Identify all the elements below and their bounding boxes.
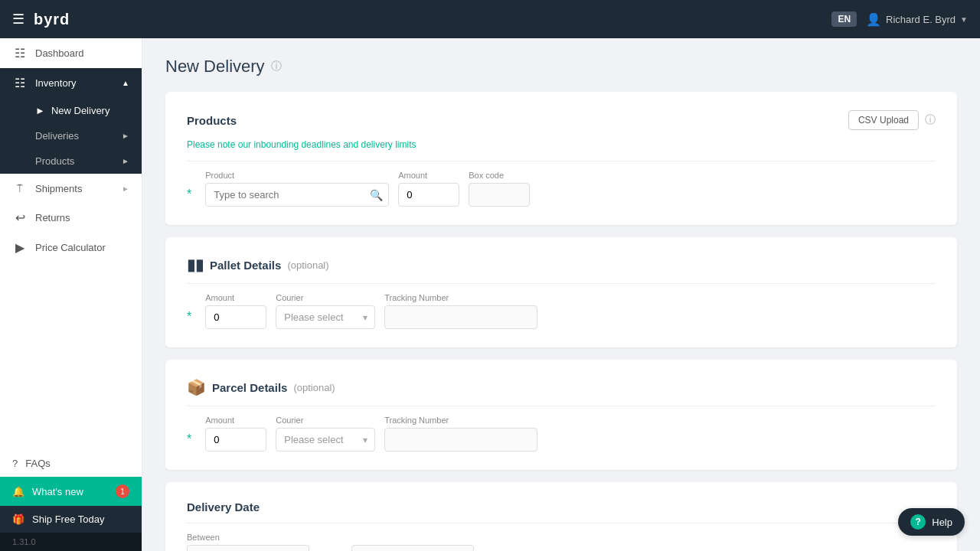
pallet-tracking-input[interactable] [384,305,537,329]
sidebar-label-shipments: Shipments [35,183,114,194]
page-title: New Delivery ⓘ [165,57,957,77]
product-search-input[interactable] [205,183,389,207]
parcel-form-row: * Amount Courier Please select DHL UPS F… [187,416,936,452]
help-label: Help [932,517,952,528]
delivery-date-row: Between 📅 And 📅 [187,533,936,551]
parcel-amount-input[interactable] [205,428,266,452]
chevron-down-icon: ▼ [960,15,968,24]
pallet-optional-text: (optional) [287,259,328,271]
sidebar-label-ship-free: Ship Free Today [32,514,104,525]
menu-toggle[interactable]: ☰ [12,11,24,28]
pallet-icon: ▮▮ [187,256,204,274]
product-field-group: Product 🔍 [205,171,389,207]
sidebar-label-returns: Returns [35,212,129,223]
inventory-submenu: ► New Delivery Deliveries ► Products ► [0,98,142,174]
inbounding-notice-link[interactable]: Please note our inbounding deadlines and… [187,139,936,150]
page-title-text: New Delivery [165,57,265,77]
parcel-amount-label: Amount [205,416,266,425]
products-form-row: * Product 🔍 Amount Box code [187,171,936,207]
sidebar-label-price-calculator: Price Calculator [35,242,129,253]
sidebar: ☷ Dashboard ☷ Inventory ▲ ► New Delivery… [0,38,142,551]
help-button[interactable]: ? Help [898,508,965,536]
and-date-group: 📅 [351,545,474,551]
faq-icon: ? [12,458,18,469]
sidebar-label-faqs: FAQs [25,458,51,469]
box-code-field-group: Box code [469,171,530,207]
products-card-title: Products [187,114,237,127]
pallet-amount-label: Amount [205,293,266,302]
csv-upload-button[interactable]: CSV Upload [848,110,919,130]
search-icon[interactable]: 🔍 [370,189,383,201]
chevron-right-icon: ► [35,105,45,116]
language-selector[interactable]: EN [831,11,857,27]
shipments-icon: ⍑ [12,181,28,195]
sidebar-label-whats-new: What's new [32,486,83,497]
sidebar-bottom: ? FAQs 🔔 What's new 1 🎁 Ship Free Today … [0,450,142,551]
chevron-right-icon: ► [122,184,129,193]
parcel-divider [187,406,936,406]
pallet-tracking-group: Tracking Number [384,293,537,329]
parcel-optional-text: (optional) [293,382,335,393]
sidebar-item-price-calculator[interactable]: ▶ Price Calculator [0,233,142,262]
sidebar-item-products[interactable]: Products ► [0,148,142,174]
amount-field-group: Amount [398,171,459,207]
info-icon[interactable]: ⓘ [271,60,282,73]
chevron-right-icon: ► [122,132,129,140]
inventory-icon: ☷ [12,76,28,90]
version-label: 1.31.0 [0,533,142,551]
pallet-courier-select[interactable]: Please select DHL UPS FedEx GLS [276,305,375,329]
products-amount-input[interactable] [398,183,459,207]
between-label: Between [187,533,309,542]
sidebar-item-dashboard[interactable]: ☷ Dashboard [0,38,142,68]
parcel-courier-select[interactable]: Please select DHL UPS FedEx GLS [276,428,375,452]
logo: byrd [34,11,70,28]
returns-icon: ↩ [12,210,28,225]
dashboard-icon: ☷ [12,46,28,60]
box-code-label: Box code [469,171,530,180]
sidebar-item-inventory[interactable]: ☷ Inventory ▲ [0,68,142,98]
sidebar-item-deliveries[interactable]: Deliveries ► [0,123,142,148]
parcel-required-indicator: * [187,433,191,452]
box-code-input[interactable] [469,183,530,207]
delivery-date-card-header: Delivery Date [187,500,936,514]
sidebar-item-new-delivery[interactable]: ► New Delivery [0,98,142,123]
sidebar-label-inventory: Inventory [35,77,114,89]
delivery-date-card-title: Delivery Date [187,500,260,514]
parcel-icon: 📦 [187,378,206,396]
user-icon: 👤 [866,12,881,27]
pallet-amount-group: Amount [205,293,266,329]
parcel-courier-label: Courier [276,416,375,425]
parcel-amount-group: Amount [205,416,266,452]
pallet-courier-label: Courier [276,293,375,302]
pallet-tracking-label: Tracking Number [384,293,537,302]
sidebar-item-returns[interactable]: ↩ Returns [0,203,142,233]
product-label: Product [205,171,389,180]
pallet-card: ▮▮ Pallet Details (optional) * Amount Co… [165,237,957,347]
parcel-tracking-input[interactable] [384,428,537,452]
sidebar-item-shipments[interactable]: ⍑ Shipments ► [0,174,142,203]
and-date-input[interactable] [351,545,474,551]
sidebar-item-faqs[interactable]: ? FAQs [0,450,142,477]
parcel-card: 📦 Parcel Details (optional) * Amount Cou… [165,360,957,470]
sidebar-item-ship-free[interactable]: 🎁 Ship Free Today [0,506,142,533]
products-card: Products CSV Upload ⓘ Please note our in… [165,92,957,225]
between-group: Between 📅 [187,533,309,551]
notification-badge: 1 [116,484,129,498]
between-date-input[interactable] [187,545,309,551]
parcel-tracking-label: Tracking Number [384,416,537,425]
user-name: Richard E. Byrd [886,14,956,25]
pallet-amount-input[interactable] [205,305,266,329]
delivery-date-card: Delivery Date Between 📅 And 📅 [165,482,957,551]
divider [187,161,936,161]
pallet-required-indicator: * [187,311,191,329]
pallet-courier-group: Courier Please select DHL UPS FedEx GLS [276,293,375,329]
sidebar-item-whats-new[interactable]: 🔔 What's new 1 [0,477,142,506]
pallet-card-title: ▮▮ Pallet Details (optional) [187,256,329,274]
pallet-form-row: * Amount Courier Please select DHL UPS F… [187,293,936,329]
user-menu[interactable]: 👤 Richard E. Byrd ▼ [866,12,968,27]
parcel-courier-group: Courier Please select DHL UPS FedEx GLS [276,416,375,452]
pallet-courier-select-wrap: Please select DHL UPS FedEx GLS [276,305,375,329]
products-info-icon[interactable]: ⓘ [925,113,936,127]
parcel-title-text: Parcel Details [212,381,287,394]
top-navigation: ☰ byrd EN 👤 Richard E. Byrd ▼ [0,0,980,38]
